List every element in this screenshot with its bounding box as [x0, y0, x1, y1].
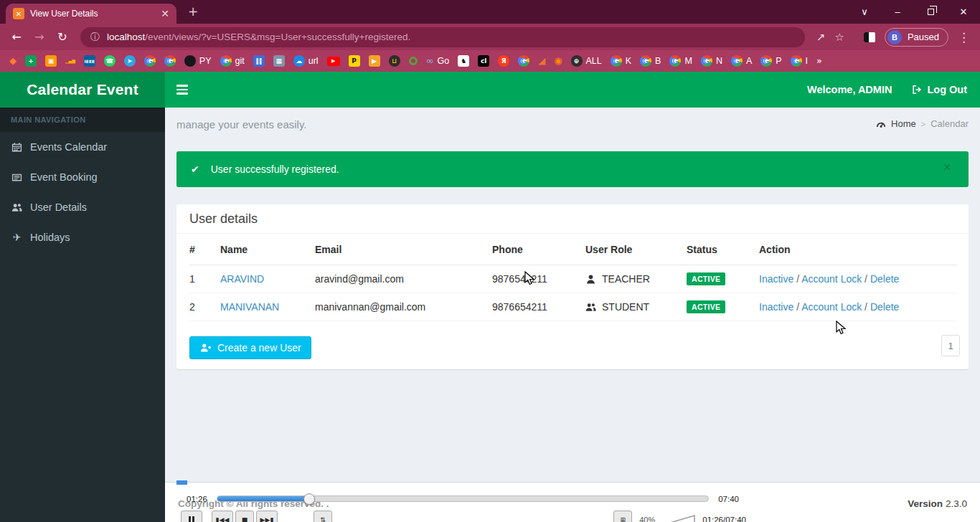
- url-shortener-icon[interactable]: ☁url: [293, 55, 319, 67]
- column-header: User Role: [585, 234, 687, 265]
- pause-button[interactable]: [181, 511, 202, 522]
- sidebar-toggle-icon[interactable]: [165, 72, 199, 108]
- fit-window-button[interactable]: ⊞: [613, 511, 632, 522]
- google-icon[interactable]: GI: [791, 55, 808, 67]
- app-logo[interactable]: Calendar Event: [0, 72, 165, 108]
- profile-button[interactable]: B Paused: [885, 28, 948, 47]
- pexels-icon[interactable]: P: [349, 55, 360, 67]
- google-icon[interactable]: GB: [640, 55, 661, 67]
- version-text: Version2.3.0: [908, 498, 967, 522]
- google-icon[interactable]: GA: [731, 55, 752, 67]
- forward-icon[interactable]: →: [30, 30, 49, 44]
- sidebar-item-holidays[interactable]: ✈Holidays: [0, 222, 165, 252]
- logout-icon: [912, 85, 922, 95]
- users-table: #NameEmailPhoneUser RoleStatusAction 1AR…: [189, 234, 957, 321]
- address-bar[interactable]: ⓘ localhost /event/views/?v=USERS&msg=Us…: [80, 27, 805, 47]
- user-name-link[interactable]: ARAVIND: [220, 273, 264, 285]
- user-email-cell: manivannan@gmail.com: [315, 293, 492, 321]
- cart-icon[interactable]: ⊔: [389, 55, 400, 67]
- sidebar-item-label: Event Booking: [30, 171, 98, 183]
- calendar-icon: [11, 141, 23, 153]
- tab-search-chevron-icon[interactable]: ∨: [848, 0, 881, 24]
- browser-tab[interactable]: ✕ View User Details ✕: [6, 4, 176, 24]
- tab-close-icon[interactable]: ✕: [161, 8, 169, 19]
- account-lock-link[interactable]: Account Lock: [801, 301, 862, 313]
- new-tab-button[interactable]: +: [188, 6, 198, 18]
- barcode-icon[interactable]: ‖‖: [253, 55, 265, 67]
- menu-kebab-icon[interactable]: ⋮: [958, 30, 970, 44]
- google-git-icon[interactable]: Ggit: [220, 55, 245, 67]
- user-icon: [585, 274, 596, 285]
- restore-button[interactable]: [914, 0, 947, 24]
- yandex-icon[interactable]: Я: [498, 55, 509, 67]
- inactive-link[interactable]: Inactive: [759, 301, 793, 313]
- side-panel-icon[interactable]: [864, 32, 875, 42]
- google-icon[interactable]: GN: [701, 55, 722, 67]
- minimize-button[interactable]: –: [881, 0, 914, 24]
- user-name-link[interactable]: MANIVANAN: [220, 301, 279, 313]
- column-header: Name: [220, 234, 315, 265]
- player-progress-bar[interactable]: [217, 495, 709, 502]
- youtube-icon[interactable]: ▶: [327, 57, 340, 66]
- volume-percent: 40%: [639, 516, 655, 522]
- sidebar-item-events-calendar[interactable]: Events Calendar: [0, 132, 165, 162]
- diamond-icon[interactable]: ◆: [9, 55, 17, 67]
- logout-button[interactable]: Log Out: [912, 84, 967, 95]
- status-badge: ACTIVE: [687, 300, 725, 313]
- matlab-icon[interactable]: ◢: [538, 55, 545, 67]
- xampp-favicon: ✕: [13, 8, 24, 19]
- breadcrumb-separator: >: [921, 120, 925, 128]
- ring-icon[interactable]: [409, 57, 418, 65]
- google-icon[interactable]: G: [518, 55, 529, 67]
- sidebar-item-user-details[interactable]: User Details: [0, 192, 165, 222]
- sheets-icon[interactable]: +: [25, 55, 37, 67]
- google-icon[interactable]: GK: [611, 55, 631, 67]
- reload-icon[interactable]: ↻: [53, 30, 72, 44]
- volume-wedge-icon[interactable]: [662, 514, 695, 522]
- google-icon[interactable]: G: [164, 55, 176, 67]
- site-info-icon[interactable]: ⓘ: [90, 31, 100, 44]
- google-icon[interactable]: GM: [669, 55, 692, 67]
- overflow-chevron-icon[interactable]: »: [816, 55, 822, 67]
- telegram-icon[interactable]: ➤: [124, 55, 136, 67]
- stop-button[interactable]: ■: [235, 511, 254, 522]
- user-phone-cell: 9876543211: [492, 265, 585, 293]
- cl-icon[interactable]: cl: [478, 55, 489, 67]
- google-icon[interactable]: GP: [760, 55, 781, 67]
- aws-icon[interactable]: ▣: [45, 55, 57, 67]
- column-header: Email: [315, 234, 492, 265]
- account-lock-link[interactable]: Account Lock: [801, 273, 862, 285]
- step-button[interactable]: ⇅: [314, 511, 332, 522]
- delete-link[interactable]: Delete: [870, 301, 899, 313]
- eagle-icon[interactable]: ♞: [458, 55, 469, 67]
- close-button[interactable]: ✕: [947, 0, 980, 24]
- camera-icon[interactable]: ▶: [369, 55, 380, 67]
- back-icon[interactable]: ←: [7, 30, 26, 44]
- globe-icon[interactable]: ⊕ALL: [571, 55, 602, 67]
- player-time-display: 01:26/07:40: [702, 516, 746, 522]
- bookmark-star-icon[interactable]: ☆: [834, 31, 844, 44]
- alert-dismiss-icon[interactable]: ✕: [943, 161, 951, 173]
- user-role-cell: TEACHER: [585, 265, 687, 293]
- whatsapp-icon[interactable]: ☎: [104, 55, 116, 67]
- analytics-icon[interactable]: ▁▄▆: [65, 55, 75, 67]
- tab-title: View User Details: [30, 9, 156, 19]
- godaddy-icon[interactable]: ∞Go: [426, 55, 450, 67]
- bookmarks-bar: ◆+▣▁▄▆IEEE☎➤GGPYGgit‖‖▦☁url▶P▶⊔∞Go♞clЯG◢…: [0, 50, 980, 72]
- delete-link[interactable]: Delete: [870, 273, 899, 285]
- player-progress-thumb[interactable]: [303, 493, 315, 505]
- pagination-page-1[interactable]: 1: [941, 335, 960, 356]
- eye-icon[interactable]: ◉: [554, 55, 562, 67]
- inactive-link[interactable]: Inactive: [759, 273, 793, 285]
- share-icon[interactable]: ↗: [816, 31, 826, 44]
- users-icon: [585, 302, 596, 313]
- rewind-button[interactable]: ▮◀◀: [212, 511, 233, 522]
- table-icon[interactable]: ▦: [273, 55, 285, 67]
- ieee-icon[interactable]: IEEE: [84, 55, 95, 67]
- sidebar-item-event-booking[interactable]: Event Booking: [0, 162, 165, 192]
- google-icon[interactable]: G: [144, 55, 156, 67]
- breadcrumb-home[interactable]: Home: [891, 118, 916, 129]
- github-icon[interactable]: PY: [184, 55, 212, 67]
- fast-forward-button[interactable]: ▶▶▮: [256, 511, 278, 522]
- create-user-button[interactable]: Create a new User: [189, 336, 311, 359]
